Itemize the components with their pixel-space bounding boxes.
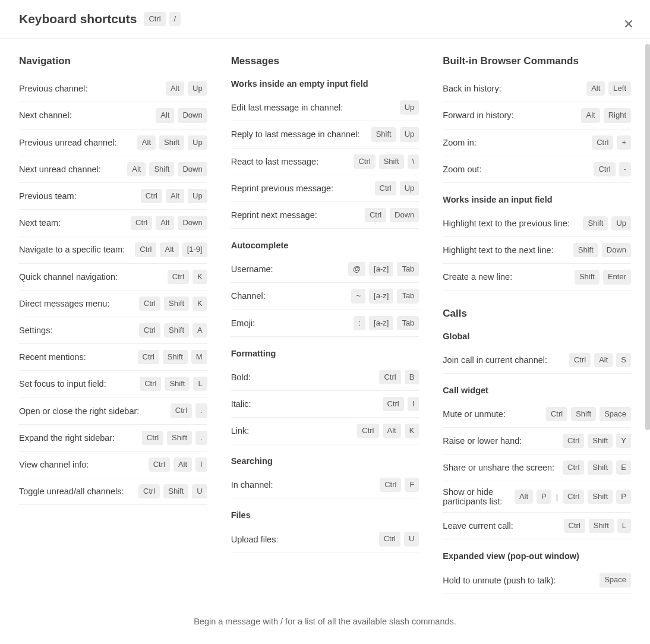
key-badge: Up	[400, 100, 419, 115]
key-badge: Alt	[166, 81, 184, 96]
key-badge: Ctrl	[138, 350, 159, 364]
shortcut-label: Previous channel:	[19, 84, 161, 93]
key-badge: Ctrl	[563, 434, 584, 448]
shortcut-label: Zoom in:	[443, 138, 587, 147]
shortcut-row: Link:CtrlAltK	[231, 418, 419, 444]
shortcut-keys: CtrlShiftY	[563, 434, 631, 448]
key-badge: Down	[390, 208, 419, 222]
key-badge: Ctrl	[379, 532, 400, 546]
key-badge: Alt	[156, 108, 174, 122]
key-badge: Ctrl	[141, 189, 162, 203]
subsection-title: Works inside an input field	[443, 195, 631, 204]
key-badge: Alt	[173, 457, 192, 472]
key-badge: Shift	[163, 350, 188, 364]
shortcut-row: Back in history:AltLeft	[443, 75, 631, 102]
shortcut-row: Zoom out:Ctrl-	[443, 156, 631, 183]
shortcut-keys: CtrlShiftU	[138, 484, 207, 498]
key-badge: Shift	[165, 377, 190, 391]
shortcut-label: Username:	[231, 264, 343, 274]
shortcut-label: Zoom out:	[443, 165, 589, 174]
key-badge: Alt	[586, 81, 605, 96]
shortcut-label: In channel:	[231, 480, 376, 490]
key-badge: -	[619, 162, 631, 176]
shortcut-keys: CtrlI	[383, 397, 419, 411]
shortcut-row: Navigate to a specific team:CtrlAlt[1-9]	[19, 236, 207, 263]
shortcut-keys: ~[a-z]Tab	[351, 289, 419, 303]
shortcut-keys: CtrlShiftL	[564, 519, 631, 533]
shortcut-row: Bold:CtrlB	[231, 364, 419, 391]
subsection-title: Call widget	[443, 386, 631, 395]
key-badge: Ctrl	[139, 323, 160, 337]
key-badge: Ctrl	[168, 270, 189, 284]
shortcut-keys: CtrlF	[380, 478, 419, 492]
shortcut-keys: CtrlAltI	[149, 457, 207, 472]
scrollbar-thumb[interactable]	[645, 44, 650, 430]
shortcut-label: Open or close the right sidebar:	[19, 406, 166, 416]
key-badge: .	[195, 431, 207, 445]
key-badge: Ctrl	[375, 181, 396, 195]
shortcut-row: Emoji::[a-z]Tab	[231, 310, 419, 337]
shortcut-keys: Ctrl+	[592, 135, 631, 150]
key-badge: Ctrl	[140, 377, 161, 391]
key-badge: Shift	[588, 434, 613, 448]
key-badge: P	[537, 490, 551, 504]
shortcut-row: Share or unshare the screen:CtrlShiftE	[443, 454, 631, 481]
key-badge: Shift	[583, 216, 608, 231]
key-badge: Alt	[156, 216, 174, 230]
key-badge: Up	[400, 127, 419, 141]
content-area: NavigationPrevious channel:AltUpNext cha…	[0, 39, 650, 605]
shortcut-keys: CtrlShiftM	[138, 350, 207, 364]
footer-hint: Begin a message with / for a list of all…	[0, 617, 650, 626]
shortcut-label: Toggle unread/all channels:	[19, 487, 134, 496]
key-badge: Shift	[164, 323, 189, 337]
shortcut-row: Direct messages menu:CtrlShiftK	[19, 291, 207, 317]
key-badge: L	[617, 519, 631, 533]
scrollbar-track[interactable]	[645, 44, 650, 644]
shortcut-label: Previous unread channel:	[19, 138, 132, 147]
shortcut-keys: CtrlAltK	[357, 424, 419, 438]
key-badge: Ctrl	[131, 216, 152, 230]
shortcut-row: Highlight text to the previous line:Shif…	[443, 210, 631, 237]
shortcut-label: Highlight text to the previous line:	[443, 219, 578, 228]
key-badge: Ctrl	[354, 154, 375, 169]
shortcut-label: Settings:	[19, 326, 134, 335]
close-icon	[624, 19, 633, 29]
key-badge: P	[616, 490, 631, 504]
subsection-title: Works inside an empty input field	[231, 79, 419, 89]
key-badge: Shift	[371, 127, 396, 141]
key-badge: M	[191, 350, 207, 364]
key-badge: Shift	[163, 484, 188, 498]
shortcut-label: Channel:	[231, 291, 347, 301]
key-badge: Tab	[397, 316, 419, 330]
header: Keyboard shortcuts Ctrl/	[0, 0, 650, 39]
shortcut-keys: ShiftUp	[583, 216, 631, 231]
key-badge: .	[195, 403, 207, 418]
key-badge: Left	[608, 81, 631, 96]
key-badge: I	[195, 457, 207, 472]
key-badge: Tab	[397, 262, 419, 276]
key-badge: +	[617, 135, 631, 150]
key-badge: Ctrl	[563, 490, 584, 504]
shortcut-label: Reprint next message:	[231, 210, 360, 220]
key-badge: Shift	[588, 490, 613, 504]
key-badge: Ctrl	[135, 242, 156, 257]
key-badge: F	[405, 478, 419, 492]
shortcut-keys: AltRight	[581, 108, 631, 122]
shortcut-label: Direct messages menu:	[19, 299, 134, 308]
column: NavigationPrevious channel:AltUpNext cha…	[19, 55, 207, 589]
shortcut-row: Next channel:AltDown	[19, 102, 207, 129]
key-badge: B	[405, 370, 419, 384]
shortcut-keys: Ctrl-	[594, 162, 631, 176]
shortcut-label: Set focus to input field:	[19, 379, 135, 389]
key-badge: Alt	[581, 108, 599, 122]
shortcut-row: Previous unread channel:AltShiftUp	[19, 130, 207, 156]
key-badge: Up	[400, 181, 419, 195]
shortcut-keys: Space	[599, 573, 631, 587]
shortcut-row: Channel:~[a-z]Tab	[231, 283, 419, 310]
key-badge: Shift	[571, 407, 596, 421]
close-button[interactable]	[621, 17, 636, 31]
shortcut-label: Leave current call:	[443, 521, 559, 531]
subsection-title: Searching	[231, 456, 419, 466]
shortcut-keys: CtrlShiftSpace	[546, 407, 631, 421]
key-badge: Shift	[164, 296, 189, 311]
